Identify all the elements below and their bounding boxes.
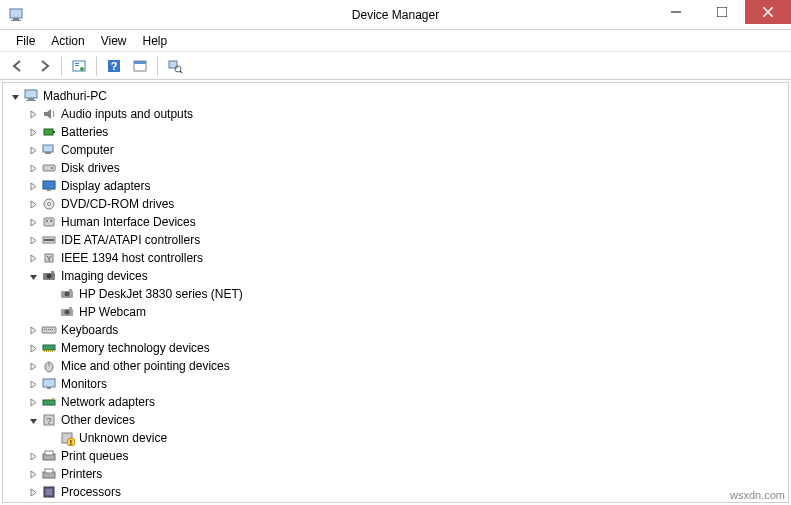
tree-node[interactable]: HP Webcam [3,303,788,321]
forward-button[interactable] [32,54,56,78]
svg-point-39 [47,274,52,279]
watermark: wsxdn.com [730,489,785,501]
svg-rect-31 [44,218,54,226]
network-icon [41,394,57,410]
expand-icon[interactable] [27,162,39,174]
expand-icon[interactable] [27,486,39,498]
svg-rect-50 [48,329,49,330]
menu-action[interactable]: Action [43,32,92,50]
tree-node[interactable]: Network adapters [3,393,788,411]
tree-node-label: Network adapters [61,395,155,409]
svg-rect-19 [28,98,34,100]
tree-node[interactable]: Audio inputs and outputs [3,105,788,123]
tree-node-label: Imaging devices [61,269,148,283]
svg-text:?: ? [111,60,118,72]
scan-button[interactable] [163,54,187,78]
toolbar-separator [61,56,62,76]
tree-node[interactable]: Human Interface Devices [3,213,788,231]
toolbar-separator [96,56,97,76]
expand-icon[interactable] [27,342,39,354]
expand-icon[interactable] [27,144,39,156]
expand-icon[interactable] [27,468,39,480]
expand-icon[interactable] [27,360,39,372]
tree-node[interactable]: Printers [3,465,788,483]
window-controls [653,0,791,29]
svg-point-45 [65,310,70,315]
svg-rect-24 [45,152,51,154]
svg-rect-75 [46,489,52,495]
tree-node[interactable]: Memory technology devices [3,339,788,357]
svg-rect-51 [50,329,51,330]
svg-point-10 [80,67,84,71]
expand-icon[interactable] [27,234,39,246]
tree-node[interactable]: Print queues [3,447,788,465]
tree-node-label: HP Webcam [79,305,146,319]
expand-icon[interactable] [27,198,39,210]
svg-rect-56 [48,350,49,352]
svg-rect-71 [45,451,53,455]
tree-node[interactable]: Computer [3,141,788,159]
tree-node[interactable]: ?Other devices [3,411,788,429]
tree-node[interactable]: Mice and other pointing devices [3,357,788,375]
menu-view[interactable]: View [93,32,135,50]
tree-node[interactable]: HP DeskJet 3830 series (NET) [3,285,788,303]
tree-node[interactable]: !Unknown device [3,429,788,447]
expand-icon[interactable] [27,108,39,120]
svg-rect-25 [43,165,55,171]
collapse-icon[interactable] [9,90,21,102]
tree-node-label: Keyboards [61,323,118,337]
svg-rect-23 [43,145,53,152]
tree-node-label: Disk drives [61,161,120,175]
menu-help[interactable]: Help [135,32,176,50]
tree-node[interactable]: YIEEE 1394 host controllers [3,249,788,267]
collapse-icon[interactable] [27,414,39,426]
tree-node-label: IDE ATA/ATAPI controllers [61,233,200,247]
tree-node[interactable]: Keyboards [3,321,788,339]
audio-icon [41,106,57,122]
back-button[interactable] [6,54,30,78]
device-tree: Madhuri-PCAudio inputs and outputsBatter… [3,83,788,503]
svg-rect-27 [43,181,55,189]
svg-rect-32 [46,220,48,222]
tree-node[interactable]: Disk drives [3,159,788,177]
show-hidden-button[interactable] [67,54,91,78]
expand-icon[interactable] [27,324,39,336]
svg-rect-35 [44,239,54,241]
expand-icon [45,432,57,444]
tree-node[interactable]: Madhuri-PC [3,87,788,105]
svg-rect-64 [52,398,54,400]
maximize-button[interactable] [699,0,745,24]
monitor-icon [41,376,57,392]
device-tree-pane[interactable]: Madhuri-PCAudio inputs and outputsBatter… [2,82,789,503]
tree-node-label: Unknown device [79,431,167,445]
tree-node[interactable]: Processors [3,483,788,501]
tree-node[interactable]: Batteries [3,123,788,141]
svg-rect-49 [46,329,47,330]
tree-node[interactable]: Display adapters [3,177,788,195]
svg-rect-20 [26,100,36,101]
minimize-button[interactable] [653,0,699,24]
other-icon: ? [41,412,57,428]
battery-icon [41,124,57,140]
tree-node[interactable]: Monitors [3,375,788,393]
expand-icon[interactable] [27,126,39,138]
expand-icon[interactable] [27,216,39,228]
menu-file[interactable]: File [8,32,43,50]
expand-icon[interactable] [27,378,39,390]
close-button[interactable] [745,0,791,24]
tree-node-label: Batteries [61,125,108,139]
imaging-icon [41,268,57,284]
svg-rect-14 [134,61,146,64]
expand-icon[interactable] [27,180,39,192]
help-button[interactable]: ? [102,54,126,78]
expand-icon[interactable] [27,396,39,408]
tree-node[interactable]: Imaging devices [3,267,788,285]
expand-icon[interactable] [27,252,39,264]
tree-node[interactable]: IDE ATA/ATAPI controllers [3,231,788,249]
expand-icon[interactable] [27,450,39,462]
disk-icon [41,160,57,176]
collapse-icon[interactable] [27,270,39,282]
properties-button[interactable] [128,54,152,78]
tree-node[interactable]: DVD/CD-ROM drives [3,195,788,213]
printqueue-icon [41,448,57,464]
